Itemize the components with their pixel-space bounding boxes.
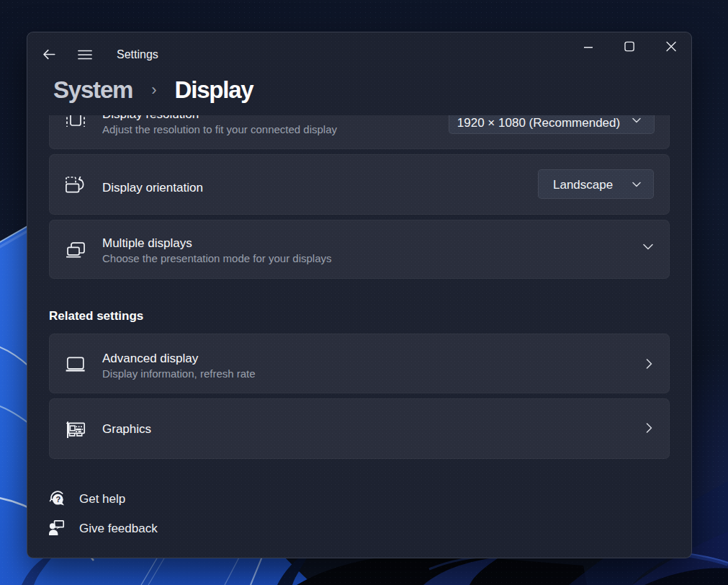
svg-text:?: ? (55, 495, 60, 504)
